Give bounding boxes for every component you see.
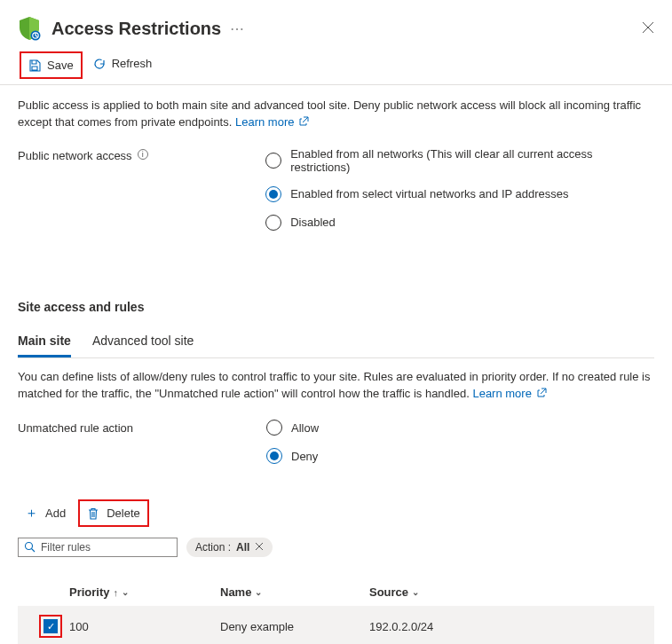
filter-input[interactable] <box>41 541 174 554</box>
rules-table: Priority ↑ ⌄ Name ⌄ Source ⌄ ✓ 100 <box>18 578 654 644</box>
header-name[interactable]: Name ⌄ <box>220 585 369 599</box>
search-icon <box>24 541 36 554</box>
more-menu[interactable]: ⋯ <box>230 20 245 37</box>
cell-name: Deny example <box>220 620 369 633</box>
chevron-down-icon: ⌄ <box>255 587 262 597</box>
info-icon[interactable]: i <box>138 149 148 160</box>
check-icon: ✓ <box>47 621 55 632</box>
close-icon[interactable] <box>642 21 654 36</box>
svg-point-2 <box>26 543 33 550</box>
section-title: Site access and rules <box>18 300 654 314</box>
unmatched-label: Unmatched rule action <box>18 420 266 464</box>
learn-more-link-2[interactable]: Learn more <box>472 387 546 400</box>
filter-input-wrap[interactable] <box>18 538 178 557</box>
header-priority[interactable]: Priority ↑ ⌄ <box>69 585 220 599</box>
external-link-icon <box>537 386 547 396</box>
delete-button[interactable]: Delete <box>80 501 147 525</box>
save-button[interactable]: Save <box>21 53 81 77</box>
refresh-icon <box>93 58 106 70</box>
chevron-down-icon: ⌄ <box>412 587 419 597</box>
radio-enabled-select[interactable]: Enabled from select virtual networks and… <box>265 186 654 202</box>
add-button[interactable]: ＋ Add <box>18 499 73 527</box>
filter-pill-action[interactable]: Action : All <box>186 538 273 557</box>
header-source[interactable]: Source ⌄ <box>369 585 654 599</box>
plus-icon: ＋ <box>25 505 38 522</box>
tab-advanced-tool-site[interactable]: Advanced tool site <box>92 328 194 357</box>
description-text: Public access is applied to both main si… <box>18 98 654 131</box>
save-label: Save <box>47 59 74 72</box>
trash-icon <box>87 507 99 520</box>
shield-icon <box>18 16 41 41</box>
radio-enabled-all[interactable]: Enabled from all networks (This will cle… <box>265 147 654 174</box>
refresh-button[interactable]: Refresh <box>86 51 160 75</box>
tab-main-site[interactable]: Main site <box>18 328 71 357</box>
public-access-label: Public network access i <box>18 147 265 231</box>
radio-deny[interactable]: Deny <box>266 448 319 464</box>
save-icon <box>28 59 41 72</box>
cell-source: 192.0.2.0/24 <box>369 620 654 633</box>
page-title: Access Restrictions <box>51 19 221 39</box>
table-row[interactable]: ✓ 100 Deny example 192.0.2.0/24 <box>18 606 654 644</box>
learn-more-link[interactable]: Learn more <box>235 115 309 129</box>
rules-description: You can define lists of allow/deny rules… <box>18 369 654 403</box>
row-checkbox[interactable]: ✓ <box>43 619 58 633</box>
radio-disabled[interactable]: Disabled <box>265 215 654 231</box>
pill-clear-icon[interactable] <box>255 541 264 554</box>
cell-priority: 100 <box>69 620 220 633</box>
radio-allow[interactable]: Allow <box>266 420 319 436</box>
external-link-icon <box>299 114 309 124</box>
refresh-label: Refresh <box>112 57 153 70</box>
sort-asc-icon: ↑ <box>114 587 119 598</box>
chevron-down-icon: ⌄ <box>122 587 129 597</box>
